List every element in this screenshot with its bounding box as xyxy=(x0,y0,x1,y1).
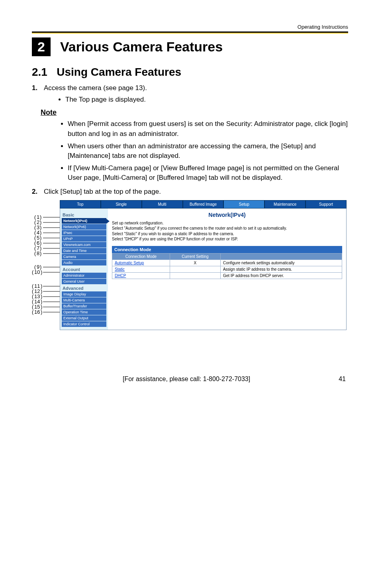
sidebar-head-account: Account xyxy=(63,267,106,272)
step-1-number: 1. xyxy=(32,83,37,93)
sidebar-item-camera[interactable]: Camera xyxy=(62,254,106,260)
cm-automatic-setup[interactable]: Automatic Setup xyxy=(112,260,170,266)
note-2: If [View Multi-Camera page] or [View Buf… xyxy=(68,163,348,183)
setup-screenshot: Top Single Multi Buffered Image Setup Ma… xyxy=(60,200,347,330)
callout-svg: (1) (2) (3) (4) (5) (6) (7) (8) (9) (10)… xyxy=(32,200,60,344)
svg-text:): ) xyxy=(40,250,41,256)
sidebar-item-buffer-transfer[interactable]: Buffer/Transfer xyxy=(62,303,106,309)
page: Operating Instructions 2 Various Camera … xyxy=(0,0,380,399)
svg-text:16: 16 xyxy=(34,309,40,315)
svg-text:8: 8 xyxy=(37,250,39,256)
desc-line-0: Set up network configuration. xyxy=(112,220,342,226)
sidebar-item-indicator-ctrl[interactable]: Indicator Control xyxy=(62,321,106,327)
svg-text:): ) xyxy=(41,269,42,275)
sidebar-item-external-output[interactable]: External Output xyxy=(62,315,106,321)
cm-dhcp[interactable]: DHCP xyxy=(112,272,170,279)
divider-top xyxy=(32,31,348,33)
note-0: When [Permit access from guest users] is… xyxy=(68,119,348,139)
sidebar-item-audio[interactable]: Audio xyxy=(62,260,106,265)
connection-mode-table: Connection Mode Current Setting Automati… xyxy=(112,253,342,279)
svg-text:10: 10 xyxy=(34,269,40,275)
cm-dhcp-note: Get IP address from DHCP server. xyxy=(220,272,342,279)
sidebar-item-date-time[interactable]: Date and Time xyxy=(62,248,106,254)
page-footer: [For assistance, please call: 1-800-272-… xyxy=(32,376,348,383)
sidebar-item-viewnetcam[interactable]: Viewnetcam.com xyxy=(62,242,106,248)
callout-num-10: ( xyxy=(32,269,34,275)
sidebar-item-general-user[interactable]: General User xyxy=(62,279,106,284)
desc-line-3: Select "DHCP" if you are using the DHCP … xyxy=(112,236,342,242)
tab-maintenance[interactable]: Maintenance xyxy=(264,200,306,208)
sidebar-item-network-ipv6[interactable]: Network(IPv6) xyxy=(62,224,106,230)
sidebar-item-operation-time[interactable]: Operation Time xyxy=(62,309,106,315)
sidebar-item-ipsec[interactable]: IPsec xyxy=(62,230,106,236)
sidebar-head-advanced: Advanced xyxy=(63,286,106,291)
cm-auto-current: X xyxy=(170,260,220,266)
chapter-title: Various Camera Features xyxy=(60,39,223,55)
sidebar-item-administrator[interactable]: Administrator xyxy=(62,273,106,278)
sidebar-head-basic: Basic xyxy=(63,212,106,217)
tab-support[interactable]: Support xyxy=(306,200,347,208)
section-number: 2.1 xyxy=(32,66,47,78)
step-2-number: 2. xyxy=(32,187,37,197)
th-mode: Connection Mode xyxy=(112,253,170,260)
th-note xyxy=(220,253,342,260)
notes-list: When [Permit access from guest users] is… xyxy=(32,119,348,183)
screenshot-body: Basic Network(IPv4) Network(IPv6) IPsec … xyxy=(60,208,347,330)
section-heading: 2.1 Using Camera Features xyxy=(32,66,348,79)
th-current: Current Setting xyxy=(170,253,220,260)
cm-auto-note: Configure network settings automatically xyxy=(220,260,342,266)
callout-num-16: ( xyxy=(32,309,34,315)
footer-assist: [For assistance, please call: 1-800-272-… xyxy=(123,376,250,383)
table-row: DHCP Get IP address from DHCP server. xyxy=(112,272,342,279)
note-heading: Note xyxy=(41,108,348,117)
cm-static[interactable]: Static xyxy=(112,266,170,272)
screenshot-figure: (1) (2) (3) (4) (5) (6) (7) (8) (9) (10)… xyxy=(32,200,348,344)
tab-buffered-image[interactable]: Buffered Image xyxy=(183,200,224,208)
tab-multi[interactable]: Multi xyxy=(142,200,183,208)
chapter-heading: 2 Various Camera Features xyxy=(32,37,348,56)
step-1-subs: The Top page is displayed. xyxy=(44,95,348,105)
step-1: 1. Access the camera (see page 13). The … xyxy=(44,83,348,104)
step-2-text: Click [Setup] tab at the top of the page… xyxy=(44,188,161,195)
step-1-sub-0: The Top page is displayed. xyxy=(65,95,348,105)
note-1: When users other than an administrator a… xyxy=(68,142,348,161)
cm-dhcp-current xyxy=(170,272,220,279)
steps-list-2: 2. Click [Setup] tab at the top of the p… xyxy=(32,187,348,197)
cm-static-current xyxy=(170,266,220,272)
running-head: Operating Instructions xyxy=(32,24,348,30)
section-title: Using Camera Features xyxy=(57,66,181,78)
desc-line-2: Select "Static" if you wish to assign a … xyxy=(112,231,342,237)
callout-column: (1) (2) (3) (4) (5) (6) (7) (8) (9) (10)… xyxy=(32,200,60,344)
footer-page-number: 41 xyxy=(339,376,346,383)
sidebar-item-upnp[interactable]: UPnP xyxy=(62,236,106,242)
steps-list: 1. Access the camera (see page 13). The … xyxy=(32,83,348,104)
sidebar-item-multi-camera[interactable]: Multi-Camera xyxy=(62,297,106,303)
main-panel: Network(IPv4) Set up network configurati… xyxy=(108,208,346,330)
tab-single[interactable]: Single xyxy=(101,200,142,208)
tab-top[interactable]: Top xyxy=(60,200,101,208)
desc-line-1: Select "Automatic Setup" if you connect … xyxy=(112,226,342,231)
chapter-number: 2 xyxy=(32,37,51,56)
table-header-row: Connection Mode Current Setting xyxy=(112,253,342,260)
tab-bar: Top Single Multi Buffered Image Setup Ma… xyxy=(60,200,347,208)
sidebar-item-network-ipv4[interactable]: Network(IPv4) xyxy=(62,218,106,224)
svg-text:): ) xyxy=(41,309,42,315)
cm-static-note: Assign static IP address to the camera. xyxy=(220,266,342,272)
main-description: Set up network configuration. Select "Au… xyxy=(112,220,342,242)
main-title: Network(IPv4) xyxy=(112,212,342,218)
sidebar-item-image-display[interactable]: Image Display xyxy=(62,291,106,297)
table-row: Static Assign static IP address to the c… xyxy=(112,266,342,272)
step-1-text: Access the camera (see page 13). xyxy=(44,84,147,92)
table-row: Automatic Setup X Configure network sett… xyxy=(112,260,342,266)
sidebar: Basic Network(IPv4) Network(IPv6) IPsec … xyxy=(60,208,108,330)
step-2: 2. Click [Setup] tab at the top of the p… xyxy=(44,187,348,197)
tab-setup[interactable]: Setup xyxy=(223,200,264,208)
connection-mode-heading: Connection Mode xyxy=(112,246,342,253)
callout-num-8: ( xyxy=(34,250,36,256)
